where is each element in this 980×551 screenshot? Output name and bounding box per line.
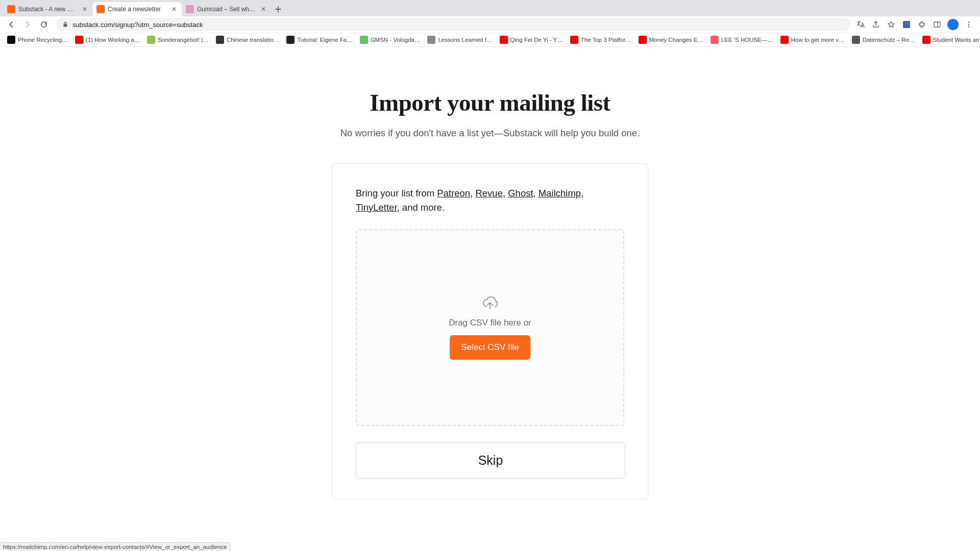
url-text: substack.com/signup?utm_source=substack xyxy=(72,21,203,29)
svg-rect-0 xyxy=(64,24,67,27)
bookmark-item[interactable]: Chinese translatio… xyxy=(213,34,283,46)
link-mailchimp[interactable]: Mailchimp xyxy=(538,188,581,198)
tab-strip: Substack - A new model for p… ✕ Create a… xyxy=(0,0,980,16)
bookmark-item[interactable]: Phone Recycling… xyxy=(4,34,71,46)
tab-title: Gumroad – Sell what you know xyxy=(197,6,257,13)
bookmark-item[interactable]: GMSN - Vologda… xyxy=(357,34,424,46)
bookmark-favicon xyxy=(852,36,860,44)
tab-title: Create a newsletter xyxy=(108,6,167,13)
bookmark-label: Sonderangebot! |… xyxy=(158,37,209,43)
translate-icon[interactable] xyxy=(855,19,866,30)
extension-icon-1[interactable] xyxy=(901,19,912,30)
bookmark-item[interactable]: (1) How Working a… xyxy=(72,34,143,46)
bookmark-label: Student Wants an… xyxy=(933,37,980,43)
bookmark-favicon xyxy=(286,36,295,44)
bookmark-favicon xyxy=(75,36,83,44)
bookmark-label: Lessons Learned f… xyxy=(438,37,492,43)
skip-label: Skip xyxy=(478,453,503,468)
favicon xyxy=(186,5,194,13)
page-content: Import your mailing list No worries if y… xyxy=(0,47,980,551)
lock-icon xyxy=(62,21,68,28)
extensions-icon[interactable] xyxy=(917,19,927,30)
share-icon[interactable] xyxy=(871,19,881,30)
bookmark-favicon xyxy=(710,36,719,44)
bookmark-label: GMSN - Vologda… xyxy=(371,37,421,43)
page-heading: Import your mailing list xyxy=(370,89,610,116)
bookmark-item[interactable]: Sonderangebot! |… xyxy=(144,34,212,46)
svg-point-3 xyxy=(968,21,970,23)
bookmark-item[interactable]: LEE 'S HOUSE—… xyxy=(707,34,776,46)
favicon xyxy=(7,5,15,13)
skip-button[interactable]: Skip xyxy=(356,442,625,479)
bookmark-favicon xyxy=(216,36,224,44)
bring-list-text: Bring your list from Patreon, Revue, Gho… xyxy=(356,186,624,215)
reload-button[interactable] xyxy=(37,17,51,32)
csv-dropzone[interactable]: Drag CSV file here or Select CSV file xyxy=(356,229,624,426)
browser-chrome: Substack - A new model for p… ✕ Create a… xyxy=(0,0,980,47)
link-patreon[interactable]: Patreon xyxy=(437,188,470,198)
bookmark-item[interactable]: Student Wants an… xyxy=(919,34,980,46)
close-icon[interactable]: ✕ xyxy=(81,6,88,13)
bookmark-label: LEE 'S HOUSE—… xyxy=(721,37,773,43)
bookmark-label: Datenschutz – Re… xyxy=(863,37,915,43)
bookmark-item[interactable]: How to get more v… xyxy=(777,34,848,46)
star-icon[interactable] xyxy=(886,19,896,30)
side-panel-icon[interactable] xyxy=(932,19,942,30)
svg-point-4 xyxy=(968,24,970,26)
bookmark-favicon xyxy=(570,36,578,44)
address-bar[interactable]: substack.com/signup?utm_source=substack xyxy=(56,18,850,31)
browser-toolbar: substack.com/signup?utm_source=substack xyxy=(0,16,980,33)
bookmark-item[interactable]: Money Changes E… xyxy=(635,34,706,46)
tab-title: Substack - A new model for p… xyxy=(18,6,78,13)
select-csv-button[interactable]: Select CSV file xyxy=(450,335,530,360)
tab-1[interactable]: Create a newsletter ✕ xyxy=(92,2,182,16)
bookmark-item[interactable]: Datenschutz – Re… xyxy=(849,34,918,46)
bookmark-item[interactable]: The Top 3 Platfor… xyxy=(567,34,634,46)
link-ghost[interactable]: Ghost xyxy=(508,188,533,198)
bookmark-favicon xyxy=(427,36,435,44)
bookmark-label: Phone Recycling… xyxy=(18,37,68,43)
link-tinyletter[interactable]: TinyLetter xyxy=(356,202,397,213)
toolbar-right xyxy=(855,19,976,30)
bookmark-favicon xyxy=(360,36,368,44)
new-tab-button[interactable] xyxy=(271,2,285,16)
bookmark-label: (1) How Working a… xyxy=(86,37,140,43)
profile-avatar[interactable] xyxy=(947,19,959,30)
svg-point-5 xyxy=(968,26,970,28)
bring-suffix: , and more. xyxy=(397,202,445,213)
bookmark-label: Money Changes E… xyxy=(649,37,703,43)
close-icon[interactable]: ✕ xyxy=(170,6,178,13)
bookmark-label: The Top 3 Platfor… xyxy=(581,37,631,43)
link-revue[interactable]: Revue xyxy=(475,188,502,198)
bookmark-label: Tutorial: Eigene Fa… xyxy=(297,37,352,43)
bookmark-favicon xyxy=(500,36,508,44)
bookmark-label: Chinese translatio… xyxy=(227,37,280,43)
status-bar: https://mailchimp.com/en-ca/help/view-ex… xyxy=(0,542,230,551)
close-icon[interactable]: ✕ xyxy=(260,6,267,13)
bring-prefix: Bring your list from xyxy=(356,188,437,198)
back-button[interactable] xyxy=(4,17,18,32)
bookmarks-bar: Phone Recycling…(1) How Working a…Sonder… xyxy=(0,33,980,47)
upload-icon xyxy=(481,295,499,311)
bookmark-label: How to get more v… xyxy=(791,37,845,43)
bookmark-favicon xyxy=(922,36,930,44)
bookmark-favicon xyxy=(780,36,789,44)
svg-rect-1 xyxy=(934,22,940,27)
forward-button[interactable] xyxy=(20,17,35,32)
bookmark-favicon xyxy=(7,36,15,44)
import-card: Bring your list from Patreon, Revue, Gho… xyxy=(332,163,648,499)
page-subheading: No worries if you don't have a list yet—… xyxy=(340,128,640,139)
bookmark-item[interactable]: Qing Fei De Yi - Y… xyxy=(497,34,566,46)
menu-icon[interactable] xyxy=(964,19,974,30)
bookmark-favicon xyxy=(639,36,647,44)
tab-2[interactable]: Gumroad – Sell what you know ✕ xyxy=(182,2,271,16)
bookmark-favicon xyxy=(147,36,155,44)
drag-text: Drag CSV file here or xyxy=(449,318,531,328)
bookmark-item[interactable]: Tutorial: Eigene Fa… xyxy=(283,34,355,46)
favicon xyxy=(96,5,105,13)
bookmark-item[interactable]: Lessons Learned f… xyxy=(424,34,495,46)
tab-0[interactable]: Substack - A new model for p… ✕ xyxy=(3,2,92,16)
bookmark-label: Qing Fei De Yi - Y… xyxy=(510,37,563,43)
